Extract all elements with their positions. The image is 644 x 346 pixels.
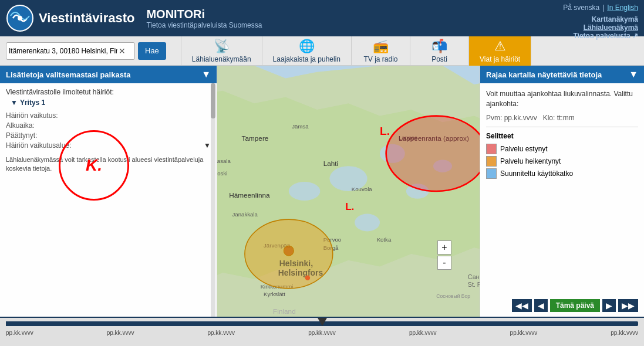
svg-text:Kouvola: Kouvola — [352, 186, 372, 192]
tab-lahialue[interactable]: 📡 Lähialuenäkymään — [181, 36, 262, 66]
field-vaikutus-label: Häiriön vaikutus: — [6, 111, 58, 120]
today-button[interactable]: Tämä päivä — [550, 299, 600, 312]
tab-lahialue-label: Lähialuenäkymään — [192, 55, 251, 63]
nav-tabs: 📡 Lähialuenäkymään 🌐 Laajakaista ja puhe… — [169, 36, 638, 66]
svg-text:Kangasala: Kangasala — [217, 158, 231, 164]
svg-point-5 — [289, 182, 320, 201]
tietoa-palvelusta-link[interactable]: Tietoa palvelusta ↗ — [574, 32, 639, 40]
main-area: Lisätietoja valitsemastasi paikasta ▼ Vi… — [0, 66, 644, 317]
logo-icon — [6, 4, 34, 32]
legend-color-kayttokatko — [486, 168, 497, 179]
svg-point-8 — [355, 214, 380, 232]
disruption-label: Viestintävirastolle ilmoitetut häiriöt: — [6, 88, 211, 96]
svg-point-1 — [18, 16, 22, 21]
field-paattynyt: Päättynyt: — [6, 131, 211, 140]
left-panel-note: Lähialuenäkymässä voit tarkastella kootu… — [6, 155, 211, 174]
lang-english-link[interactable]: In English — [607, 4, 638, 12]
field-vaikutusalue-dropdown-icon[interactable]: ▼ — [204, 141, 211, 150]
app-subtitle: Tietoa viestintäpalveluista Suomessa — [146, 21, 262, 29]
clear-search-icon[interactable]: ✕ — [119, 46, 126, 56]
svg-text:Kotka: Kotka — [377, 236, 392, 243]
next-next-button[interactable]: ▶▶ — [618, 299, 638, 312]
left-panel-collapse-icon[interactable]: ▼ — [201, 69, 211, 80]
tab-viat-label: Viat ja häiriöt — [480, 55, 520, 63]
timeline-segment-1 — [6, 321, 82, 326]
search-button[interactable]: Hae — [138, 42, 166, 60]
timeline-labels: pp.kk.vvvv pp.kk.vvvv pp.kk.vvvv pp.kk.v… — [0, 330, 644, 336]
zoom-out-button[interactable]: - — [437, 256, 451, 270]
lang-separator: | — [602, 4, 604, 12]
right-panel-collapse-icon[interactable]: ▼ — [629, 69, 638, 80]
timeline: pp.kk.vvvv pp.kk.vvvv pp.kk.vvvv pp.kk.v… — [0, 317, 644, 346]
svg-text:Санкт-Петербург: Санкт-Петербург — [468, 273, 480, 280]
right-panel-header: Rajaa kartalla näytettäviä tietoja ▼ — [480, 66, 644, 83]
timeline-bar[interactable] — [0, 318, 644, 330]
timeline-segment-2 — [95, 321, 170, 326]
lang-svenska-link[interactable]: På svenska — [563, 4, 599, 12]
timeline-label-0: pp.kk.vvvv — [6, 330, 33, 336]
legend-label-heikentynyt: Palvelu heikentynyt — [500, 157, 561, 165]
tab-tv[interactable]: 📻 TV ja radio — [352, 36, 410, 66]
radio-icon: 📻 — [373, 39, 389, 54]
karttanakyma-label: Karttanäkymä — [574, 15, 639, 23]
globe-icon: 🌐 — [299, 39, 315, 54]
svg-text:Tampere: Tampere — [242, 134, 269, 142]
svg-text:Janakkala: Janakkala — [232, 211, 258, 218]
field-alkuaika-label: Alkuaika: — [6, 121, 35, 130]
timeline-label-1: pp.kk.vvvv — [107, 330, 134, 336]
left-panel-content: Viestintävirastolle ilmoitetut häiriöt: … — [0, 83, 217, 317]
legend-item-1: Palvelu heikentynyt — [486, 156, 638, 167]
left-panel-title: Lisätietoja valitsemastasi paikasta — [6, 70, 130, 79]
svg-text:Lahti: Lahti — [323, 160, 339, 167]
svg-text:Сосновый Бор: Сосновый Бор — [436, 293, 470, 299]
timeline-label-4: pp.kk.vvvv — [409, 330, 437, 336]
zoom-controls: + - — [437, 240, 451, 270]
svg-point-39 — [284, 246, 294, 256]
zoom-in-button[interactable]: + — [437, 240, 451, 255]
svg-text:L.: L. — [345, 201, 354, 212]
tree-item-label: Yritys 1 — [20, 99, 45, 107]
mailbox-icon: 📬 — [431, 39, 447, 54]
map-area[interactable]: Tampere Kangasala Valkeakoski Hämeenlinn… — [217, 66, 480, 317]
header-right: På svenska | In English Karttanäkymä Läh… — [563, 0, 638, 36]
selitteet-title: Selitteet — [486, 132, 638, 140]
field-vaikutus: Häiriön vaikutus: — [6, 111, 211, 120]
monitor-title: MONITORi Tietoa viestintäpalveluista Suo… — [146, 8, 262, 29]
search-input-wrap: ✕ — [6, 42, 135, 60]
svg-text:Valkeakoski: Valkeakoski — [217, 170, 227, 177]
svg-point-35 — [386, 116, 480, 191]
timeline-nav-controls: ◀◀ ◀ Tämä päivä ▶ ▶▶ — [512, 299, 638, 312]
timeline-label-3: pp.kk.vvvv — [308, 330, 336, 336]
logo-text: Viestintävirasto — [39, 11, 134, 26]
date-label: Pvm: pp.kk.vvvv — [486, 114, 537, 122]
legend-color-estynyt — [486, 144, 497, 154]
svg-text:Kyrkslätt: Kyrkslätt — [264, 291, 285, 297]
lang-links: På svenska | In English — [563, 0, 638, 15]
map-svg: Tampere Kangasala Valkeakoski Hämeenlinn… — [217, 66, 480, 317]
app-title: MONITORi — [146, 8, 262, 21]
tab-posti[interactable]: 📬 Posti — [410, 36, 469, 66]
left-panel-header: Lisätietoja valitsemastasi paikasta ▼ — [0, 66, 217, 83]
prev-button[interactable]: ◀ — [534, 299, 548, 312]
search-input[interactable] — [9, 47, 117, 55]
tree-item-yritys[interactable]: ▼ Yritys 1 — [11, 99, 211, 107]
right-panel: Rajaa kartalla näytettäviä tietoja ▼ Voi… — [480, 66, 644, 317]
lahialuenakyma-link[interactable]: Lähialuenäkymä — [574, 23, 639, 32]
karttanakyma-section: Karttanäkymä Lähialuenäkymä Tietoa palve… — [574, 15, 639, 40]
timeline-segment-5 — [373, 321, 449, 326]
timeline-marker — [318, 318, 327, 326]
date-time-row: Pvm: pp.kk.vvvv Klo: tt:mm — [486, 114, 638, 122]
field-paattynyt-label: Päättynyt: — [6, 131, 37, 140]
scroll-thumb[interactable] — [211, 83, 215, 118]
timeline-segment-7 — [549, 321, 625, 326]
tab-laajakaista[interactable]: 🌐 Laajakaista ja puhelin — [262, 36, 352, 66]
divider — [486, 127, 638, 127]
tab-viat[interactable]: ⚠ Viat ja häiriöt — [469, 36, 531, 66]
disruption-section: Viestintävirastolle ilmoitetut häiriöt: … — [6, 88, 211, 107]
time-label: Klo: tt:mm — [543, 114, 575, 122]
next-button[interactable]: ▶ — [602, 299, 616, 312]
scroll-indicator — [211, 83, 215, 317]
warning-icon: ⚠ — [494, 39, 506, 54]
timeline-track — [6, 321, 638, 326]
prev-prev-button[interactable]: ◀◀ — [512, 299, 532, 312]
